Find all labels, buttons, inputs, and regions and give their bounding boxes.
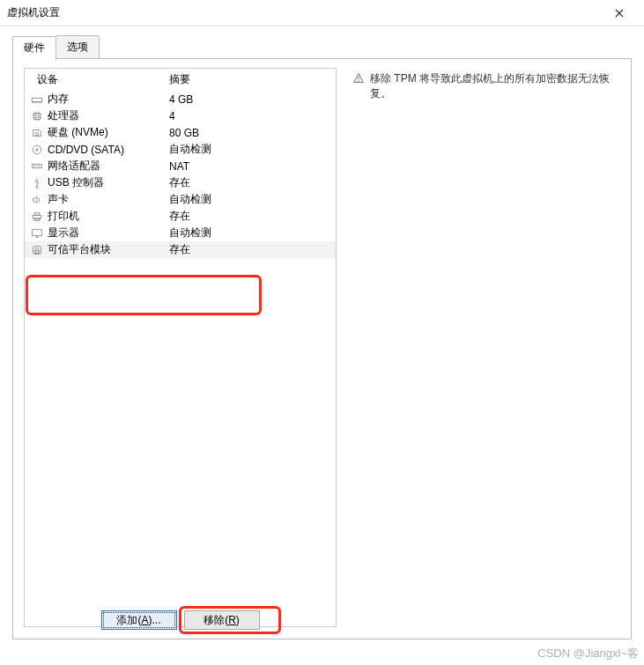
hardware-row-summary: 自动检测 — [169, 142, 329, 157]
hardware-row[interactable]: 显示器自动检测 — [25, 225, 336, 241]
col-device-header: 设备 — [37, 72, 169, 87]
hardware-list[interactable]: 设备 摘要 内存4 GB处理器4硬盘 (NVMe)80 GBCD/DVD (SA… — [24, 68, 337, 627]
remove-button-mnemonic: R — [228, 614, 236, 626]
content-area: 硬件 选项 设备 摘要 内存4 GB处理器4硬盘 (NVMe)80 GBCD/D… — [0, 26, 644, 665]
hardware-row[interactable]: 内存4 GB — [25, 91, 336, 107]
hardware-row[interactable]: CD/DVD (SATA)自动检测 — [25, 141, 336, 158]
button-bar: 添加(A)... 移除(R) — [24, 610, 337, 630]
hardware-row-summary: 自动检测 — [169, 192, 329, 207]
hardware-row-summary: NAT — [169, 160, 329, 173]
hardware-row-summary: 4 — [169, 110, 329, 122]
hardware-row-name: CD/DVD (SATA) — [48, 144, 169, 156]
tab-options[interactable]: 选项 — [56, 35, 100, 59]
memory-icon — [30, 92, 44, 107]
close-icon — [615, 9, 624, 18]
hardware-row-summary: 4 GB — [169, 93, 329, 106]
hardware-row-name: 硬盘 (NVMe) — [48, 125, 169, 140]
svg-rect-16 — [35, 250, 39, 253]
sound-icon — [30, 193, 44, 207]
hardware-row-name: USB 控制器 — [48, 175, 169, 190]
hardware-list-header: 设备 摘要 — [25, 69, 336, 91]
col-summary-header: 摘要 — [169, 72, 329, 87]
svg-point-4 — [33, 145, 41, 154]
remove-button-label-pre: 移除( — [204, 613, 228, 628]
hardware-row[interactable]: 硬盘 (NVMe)80 GB — [25, 124, 336, 141]
tpm-icon — [30, 243, 44, 257]
tab-strip: 硬件 选项 — [12, 35, 632, 59]
hardware-row-name: 处理器 — [48, 108, 169, 123]
svg-point-9 — [39, 165, 40, 166]
hardware-row-summary: 存在 — [169, 209, 329, 224]
window-title: 虚拟机设置 — [7, 5, 602, 20]
remove-button-label-post: ) — [236, 614, 240, 626]
svg-point-7 — [34, 165, 35, 166]
remove-button[interactable]: 移除(R) — [184, 610, 260, 630]
tab-hardware[interactable]: 硬件 — [12, 36, 56, 60]
hardware-row[interactable]: USB 控制器存在 — [25, 174, 336, 191]
usb-icon — [30, 176, 44, 190]
svg-point-8 — [36, 165, 37, 166]
hardware-row-name: 可信平台模块 — [48, 242, 169, 257]
tpm-warning-text: 移除 TPM 将导致此虚拟机上的所有加密数据无法恢复。 — [370, 71, 618, 101]
info-pane: 移除 TPM 将导致此虚拟机上的所有加密数据无法恢复。 — [351, 68, 620, 628]
hardware-row-summary: 存在 — [169, 242, 329, 257]
hardware-rows: 内存4 GB处理器4硬盘 (NVMe)80 GBCD/DVD (SATA)自动检… — [25, 91, 336, 258]
svg-rect-2 — [35, 115, 39, 118]
add-button-label-pre: 添加( — [116, 613, 141, 628]
hardware-row-name: 显示器 — [48, 225, 169, 240]
hardware-row-name: 打印机 — [48, 209, 169, 224]
warning-icon — [352, 72, 365, 85]
hardware-row-summary: 自动检测 — [169, 225, 329, 240]
hardware-row-summary: 80 GB — [169, 127, 329, 139]
highlight-annotation-rows — [26, 275, 262, 315]
disk-icon — [30, 126, 44, 140]
svg-point-3 — [35, 132, 39, 136]
hardware-row-name: 内存 — [48, 92, 169, 107]
printer-icon — [30, 210, 44, 224]
watermark: CSDN @Jiangxl~客 — [537, 646, 639, 661]
close-button[interactable] — [602, 1, 637, 26]
hardware-row[interactable]: 可信平台模块存在 — [25, 241, 336, 258]
cpu-icon — [30, 109, 44, 123]
svg-point-5 — [36, 148, 39, 151]
svg-point-10 — [36, 186, 39, 188]
svg-point-18 — [358, 80, 359, 81]
add-button[interactable]: 添加(A)... — [101, 610, 177, 630]
network-icon — [30, 159, 44, 174]
svg-rect-12 — [34, 212, 39, 215]
hardware-row[interactable]: 网络适配器NAT — [25, 158, 336, 174]
display-icon — [30, 226, 44, 240]
svg-rect-0 — [32, 98, 41, 101]
svg-rect-1 — [34, 113, 41, 119]
hardware-row-name: 声卡 — [48, 192, 169, 207]
hardware-row-summary: 存在 — [169, 175, 329, 190]
hardware-row-name: 网络适配器 — [48, 159, 169, 174]
hardware-row[interactable]: 处理器4 — [25, 107, 336, 124]
cd-icon — [30, 143, 44, 157]
tab-panel-hardware: 设备 摘要 内存4 GB处理器4硬盘 (NVMe)80 GBCD/DVD (SA… — [12, 58, 632, 639]
add-button-label-post: )... — [149, 614, 161, 626]
svg-rect-14 — [33, 229, 42, 235]
hardware-row[interactable]: 声卡自动检测 — [25, 191, 336, 208]
add-button-mnemonic: A — [141, 614, 148, 626]
tpm-warning: 移除 TPM 将导致此虚拟机上的所有加密数据无法恢复。 — [352, 71, 618, 101]
hardware-row[interactable]: 打印机存在 — [25, 208, 336, 225]
titlebar: 虚拟机设置 — [0, 0, 644, 26]
